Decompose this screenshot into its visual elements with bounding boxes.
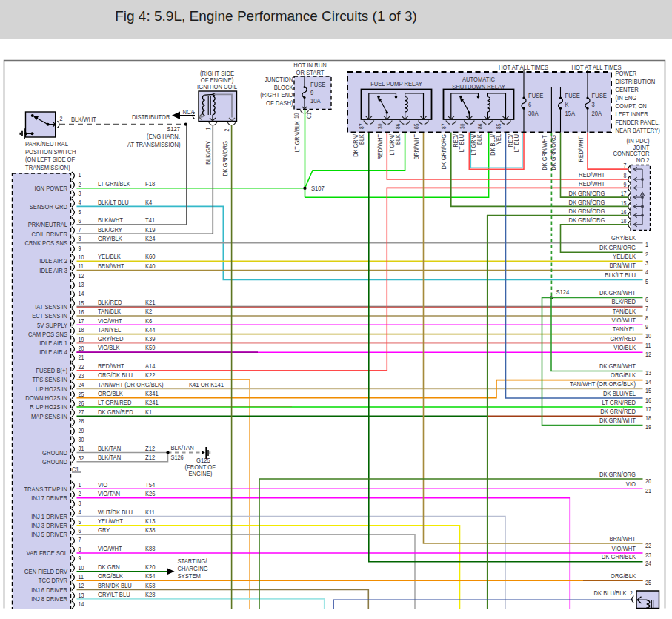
svg-text:14: 14	[79, 600, 84, 608]
svg-text:14: 14	[79, 291, 84, 298]
svg-text:VIO/BLK: VIO/BLK	[613, 343, 636, 351]
svg-text:ORG/BLK: ORG/BLK	[611, 572, 636, 580]
svg-text:17: 17	[645, 406, 651, 413]
svg-text:ENGINE): ENGINE)	[189, 469, 213, 477]
svg-text:9: 9	[624, 181, 627, 188]
svg-text:K19: K19	[145, 225, 156, 234]
svg-text:1: 1	[79, 172, 81, 179]
svg-text:GEN FIELD DRV: GEN FIELD DRV	[24, 567, 68, 575]
svg-text:BLK/GRY: BLK/GRY	[204, 141, 212, 165]
svg-text:TRANS TEMP IN: TRANS TEMP IN	[24, 485, 67, 493]
svg-text:11: 11	[79, 263, 84, 271]
svg-text:K28: K28	[145, 590, 156, 598]
svg-text:HOT AT ALL TIMES: HOT AT ALL TIMES	[572, 63, 622, 71]
svg-text:GRY/RED: GRY/RED	[610, 334, 636, 342]
svg-text:ORG/BLK: ORG/BLK	[98, 389, 123, 397]
svg-text:22: 22	[645, 542, 651, 549]
svg-text:BLK/RED: BLK/RED	[611, 298, 636, 306]
svg-text:LT GRN/BLK: LT GRN/BLK	[293, 121, 301, 153]
svg-text:VIO: VIO	[626, 480, 636, 488]
svg-text:TAN/YEL: TAN/YEL	[98, 325, 121, 334]
svg-text:TCC DRVR: TCC DRVR	[39, 577, 67, 585]
svg-text:VIO/TAN: VIO/TAN	[98, 489, 120, 497]
svg-text:GROUND: GROUND	[42, 448, 67, 457]
svg-text:85: 85	[495, 124, 502, 129]
svg-text:5V SUPPLY: 5V SUPPLY	[37, 321, 67, 329]
svg-text:K6: K6	[145, 317, 153, 325]
svg-text:K13: K13	[145, 517, 156, 525]
svg-text:7: 7	[645, 305, 648, 313]
svg-text:LT BLU: LT BLU	[459, 134, 466, 152]
svg-text:27: 27	[79, 408, 84, 416]
svg-text:19: 19	[645, 424, 651, 431]
svg-text:K41 OR K141: K41 OR K141	[189, 380, 224, 388]
svg-text:FUSE: FUSE	[528, 91, 544, 99]
svg-text:BLK: BLK	[394, 134, 402, 145]
svg-text:INJ 7 DRIVER: INJ 7 DRIVER	[31, 494, 67, 502]
svg-text:17: 17	[621, 191, 627, 198]
svg-text:UP HO2S IN: UP HO2S IN	[36, 385, 67, 393]
svg-text:C1: C1	[305, 112, 313, 119]
svg-text:25: 25	[79, 391, 84, 398]
svg-text:15: 15	[79, 299, 84, 307]
svg-text:ORG/DK BLU: ORG/DK BLU	[98, 371, 133, 380]
svg-text:14: 14	[645, 379, 651, 386]
svg-text:3: 3	[79, 190, 81, 197]
svg-text:OR START: OR START	[296, 68, 325, 76]
svg-text:11: 11	[645, 342, 651, 349]
svg-text:9: 9	[645, 323, 648, 331]
svg-text:DK GRN/ORG: DK GRN/ORG	[599, 243, 636, 251]
svg-text:BLK/TAN: BLK/TAN	[171, 443, 194, 451]
svg-text:BLK/LT BLU: BLK/LT BLU	[98, 198, 129, 206]
svg-text:23: 23	[645, 552, 651, 559]
svg-text:BLK/TAN: BLK/TAN	[98, 444, 121, 452]
svg-text:23: 23	[79, 372, 84, 380]
svg-text:HOT AT ALL TIMES: HOT AT ALL TIMES	[499, 63, 548, 71]
svg-text:7: 7	[624, 162, 627, 170]
svg-text:YEL/BLK: YEL/BLK	[98, 253, 121, 261]
svg-text:NEAR BATTERY): NEAR BATTERY)	[616, 126, 660, 134]
svg-text:32: 32	[79, 454, 84, 462]
svg-text:18: 18	[79, 327, 84, 334]
svg-text:DK BLU/YEL: DK BLU/YEL	[603, 389, 636, 397]
svg-text:K21: K21	[145, 298, 156, 306]
svg-text:21: 21	[79, 354, 84, 362]
svg-text:BRN/DK BLU: BRN/DK BLU	[98, 581, 132, 589]
svg-text:2: 2	[645, 251, 648, 258]
svg-text:BLOCK: BLOCK	[274, 83, 293, 91]
svg-text:GRY/LT BLU: GRY/LT BLU	[98, 590, 130, 598]
svg-text:INJ 8 DRIVER: INJ 8 DRIVER	[31, 595, 67, 603]
svg-text:GRY: GRY	[98, 526, 110, 534]
svg-text:15: 15	[645, 387, 651, 394]
svg-text:16: 16	[79, 308, 84, 316]
svg-text:(ENG HARN.: (ENG HARN.	[147, 132, 180, 140]
svg-text:8: 8	[79, 546, 81, 553]
svg-text:DK GRN/WHT: DK GRN/WHT	[599, 288, 636, 297]
svg-text:T41: T41	[145, 216, 155, 224]
svg-text:VIO/WHT: VIO/WHT	[98, 317, 122, 325]
svg-text:6: 6	[528, 100, 531, 108]
svg-text:TAN/YEL: TAN/YEL	[613, 325, 636, 333]
svg-text:9: 9	[79, 555, 81, 563]
svg-text:Z12: Z12	[145, 444, 155, 452]
svg-text:FUSE: FUSE	[310, 80, 326, 88]
svg-text:1: 1	[79, 481, 81, 489]
svg-text:INJ 1 DRIVER: INJ 1 DRIVER	[31, 512, 67, 520]
svg-text:9: 9	[79, 245, 81, 252]
svg-text:12: 12	[79, 272, 84, 279]
svg-text:F18: F18	[145, 179, 155, 188]
svg-text:INJ 3 DRIVER: INJ 3 DRIVER	[31, 521, 67, 529]
svg-text:YEL/BLK: YEL/BLK	[613, 252, 636, 260]
svg-text:17: 17	[79, 317, 84, 325]
svg-text:TAN/BLK: TAN/BLK	[613, 307, 636, 315]
svg-text:INJ 6 DRIVER: INJ 6 DRIVER	[31, 586, 67, 594]
svg-text:CAM POS SNS: CAM POS SNS	[28, 330, 67, 338]
svg-text:24: 24	[645, 560, 651, 568]
svg-text:20A: 20A	[592, 109, 602, 117]
svg-text:12: 12	[79, 583, 84, 590]
svg-text:3: 3	[645, 259, 648, 267]
svg-text:K59: K59	[145, 344, 156, 352]
svg-text:5: 5	[79, 518, 81, 526]
svg-text:BLK: BLK	[476, 134, 484, 145]
svg-text:DK GRN/WHT: DK GRN/WHT	[599, 416, 636, 424]
